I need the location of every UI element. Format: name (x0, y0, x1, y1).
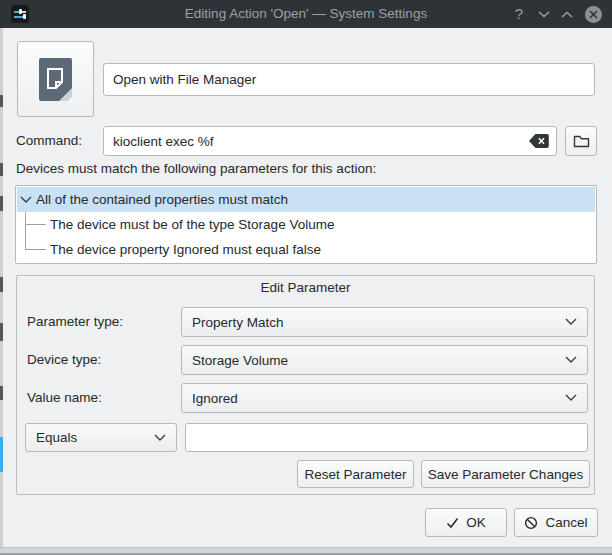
screen-edge-accent (0, 437, 3, 472)
clear-text-icon[interactable] (528, 133, 550, 149)
action-icon-button[interactable] (17, 41, 94, 117)
parameter-type-dropdown[interactable]: Property Match (181, 307, 588, 337)
command-input[interactable] (103, 126, 557, 156)
close-icon (585, 6, 602, 23)
parameter-type-value: Property Match (192, 315, 284, 330)
command-label: Command: (16, 126, 82, 156)
device-type-value: Storage Volume (192, 353, 288, 368)
tree-row-child[interactable]: The device must be of the type Storage V… (50, 212, 595, 237)
help-icon: ? (515, 3, 523, 25)
parameter-type-label: Parameter type: (27, 307, 123, 337)
checkmark-icon (446, 517, 459, 529)
dialog-window: Editing Action 'Open' — System Settings … (0, 0, 612, 555)
device-type-dropdown[interactable]: Storage Volume (181, 345, 588, 375)
cancel-label: Cancel (545, 515, 587, 530)
device-type-label: Device type: (27, 345, 101, 375)
ok-button[interactable]: OK (425, 508, 507, 537)
groupbox-title: Edit Parameter (16, 280, 595, 295)
tree-branch-line (25, 212, 26, 250)
titlebar[interactable]: Editing Action 'Open' — System Settings … (0, 0, 612, 28)
close-button[interactable] (582, 3, 604, 25)
save-parameter-label: Save Parameter Changes (428, 467, 583, 482)
tree-child-label: The device property Ignored must equal f… (50, 242, 321, 257)
tree-row-child[interactable]: The device property Ignored must equal f… (50, 237, 595, 262)
tree-branch-line (25, 249, 46, 250)
operator-dropdown[interactable]: Equals (25, 423, 177, 452)
value-input[interactable] (185, 423, 588, 452)
screen-edge-mark (0, 323, 3, 341)
document-icon (39, 58, 72, 101)
chevron-down-icon (565, 318, 577, 326)
screen-edge-mark (0, 163, 3, 176)
help-button[interactable]: ? (508, 3, 530, 25)
action-name-input[interactable] (103, 63, 595, 96)
screen-edge-mark (0, 95, 3, 107)
operator-value: Equals (36, 430, 77, 445)
value-name-dropdown[interactable]: Ignored (181, 383, 588, 413)
minimize-button[interactable] (533, 3, 555, 25)
reset-parameter-button[interactable]: Reset Parameter (297, 460, 414, 488)
devices-hint-text: Devices must match the following paramet… (16, 161, 376, 176)
folder-icon (573, 134, 590, 148)
maximize-button[interactable] (556, 3, 578, 25)
tree-root-label: All of the contained properties must mat… (36, 187, 288, 212)
cancel-button[interactable]: Cancel (514, 508, 598, 537)
chevron-down-icon (565, 356, 577, 364)
tree-row-root[interactable]: All of the contained properties must mat… (17, 187, 595, 212)
value-name-value: Ignored (192, 391, 238, 406)
expander-chevron-down-icon[interactable] (20, 196, 32, 204)
tree-branch-line (25, 224, 46, 225)
browse-file-button[interactable] (565, 126, 597, 156)
tree-child-label: The device must be of the type Storage V… (50, 217, 334, 232)
chevron-down-icon (154, 434, 166, 442)
inner-page-icon (46, 67, 65, 91)
chevron-down-icon (565, 394, 577, 402)
chevron-down-icon (538, 11, 550, 18)
chevron-up-icon (561, 11, 573, 18)
screen-edge-mark (0, 277, 3, 292)
value-name-label: Value name: (27, 383, 102, 413)
screen-edge-mark (0, 386, 3, 400)
ok-label: OK (466, 515, 486, 530)
parameters-tree[interactable]: All of the contained properties must mat… (15, 185, 597, 264)
reset-parameter-label: Reset Parameter (304, 467, 406, 482)
save-parameter-button[interactable]: Save Parameter Changes (421, 460, 590, 488)
cancel-icon (524, 516, 538, 530)
screen-edge-mark (0, 196, 3, 211)
